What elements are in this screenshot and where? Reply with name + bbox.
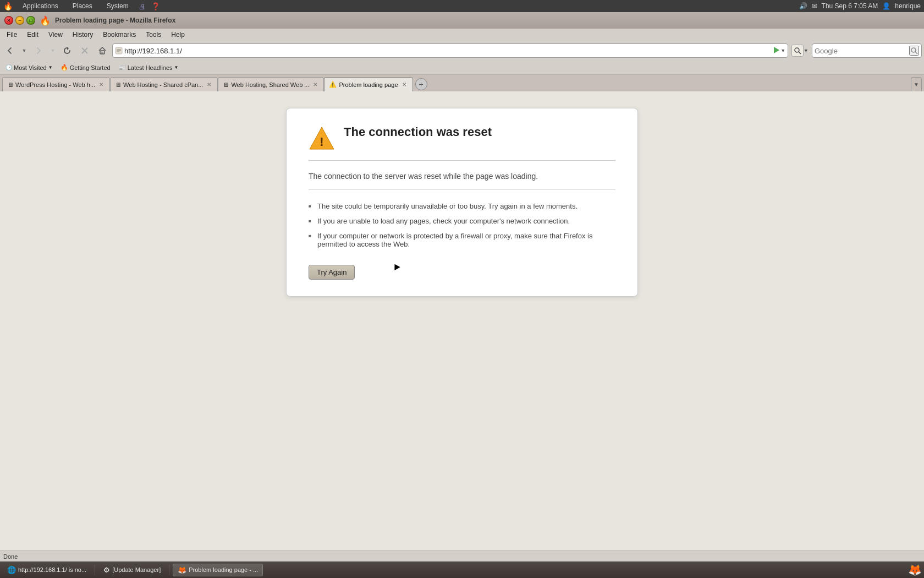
speaker-icon[interactable]: 🔊 [799, 2, 807, 10]
browser-window: ✕ – □ 🔥 Problem loading page - Mozilla F… [0, 12, 924, 422]
svg-marker-0 [67, 47, 69, 50]
back-button[interactable] [2, 43, 18, 58]
tab-2-close[interactable]: ✕ [205, 81, 213, 89]
svg-marker-9 [774, 47, 779, 53]
error-list: The site could be temporarily unavailabl… [309, 199, 615, 252]
taskbar-separator-2 [169, 564, 169, 575]
forward-dropdown[interactable]: ▼ [48, 43, 57, 58]
taskbar-item-3-icon: 🦊 [178, 566, 186, 574]
reload-button[interactable] [59, 43, 75, 58]
menu-tools[interactable]: Tools [141, 30, 166, 40]
tab-4-active[interactable]: ⚠️ Problem loading page ✕ [324, 77, 413, 91]
search-addon-dropdown[interactable]: ▼ [804, 48, 809, 53]
username: henrique [895, 2, 921, 10]
forward-button[interactable] [31, 43, 46, 58]
latest-headlines-icon: 📰 [118, 64, 126, 71]
tab-3-close[interactable]: ✕ [311, 81, 319, 89]
tab-3[interactable]: 🖥 Web Hosting, Shared Web ... ✕ [218, 77, 324, 91]
most-visited-arrow: ▼ [48, 65, 53, 70]
most-visited-icon: 🕒 [6, 64, 12, 70]
bookmark-latest-headlines[interactable]: 📰 Latest Headlines ▼ [115, 63, 182, 72]
address-input[interactable]: http://192.168.1.1/ [124, 47, 769, 55]
back-dropdown[interactable]: ▼ [20, 43, 29, 58]
warning-triangle-icon: ! [309, 125, 335, 151]
system-menu[interactable]: System [102, 1, 133, 11]
menu-history[interactable]: History [68, 30, 97, 40]
svg-line-13 [915, 52, 917, 54]
search-engine-icon[interactable] [791, 45, 804, 57]
tab-1[interactable]: 🖥 WordPress Hosting - Web h... ✕ [2, 77, 110, 91]
svg-point-10 [795, 48, 799, 52]
bookmark-getting-started[interactable]: 🔥 Getting Started [57, 63, 114, 72]
svg-text:!: ! [320, 135, 323, 149]
menu-view[interactable]: View [44, 30, 67, 40]
tab-2[interactable]: 🖥 Web Hosting - Shared cPan... ✕ [110, 77, 218, 91]
search-input[interactable] [815, 47, 909, 55]
maximize-button[interactable]: □ [26, 16, 35, 25]
status-bar: Done [0, 550, 924, 561]
new-tab-button[interactable]: + [415, 78, 427, 90]
stop-button[interactable] [77, 43, 92, 58]
tab-1-close[interactable]: ✕ [97, 81, 105, 89]
taskbar-separator-1 [95, 564, 95, 575]
taskbar-item-2-icon: ⚙ [103, 566, 110, 574]
go-button[interactable] [772, 46, 780, 56]
nav-bar: ▼ ▼ [0, 41, 924, 61]
error-page: ! The connection was reset The connectio… [286, 108, 638, 297]
taskbar-item-1-icon: 🌐 [7, 566, 16, 574]
content-area: ! The connection was reset The connectio… [0, 91, 924, 422]
hp-icon: 🖨 [139, 2, 146, 10]
search-bar[interactable] [812, 43, 922, 58]
help-icon[interactable]: ❓ [151, 2, 160, 10]
error-header: ! The connection was reset [309, 125, 615, 161]
bookmark-most-visited[interactable]: 🕒 Most Visited ▼ [2, 63, 56, 72]
window-controls: ✕ – □ [4, 16, 35, 25]
taskbar-item-1[interactable]: 🌐 http://192.168.1.1/ is no... [2, 564, 91, 576]
minimize-button[interactable]: – [15, 16, 24, 25]
mail-icon[interactable]: ✉ [812, 2, 817, 10]
svg-point-12 [911, 48, 916, 52]
error-bullet-3: If your computer or network is protected… [309, 228, 615, 252]
latest-headlines-arrow: ▼ [174, 65, 179, 70]
error-bullet-2: If you are unable to load any pages, che… [309, 214, 615, 228]
address-dropdown[interactable]: ▼ [780, 48, 785, 53]
menu-edit[interactable]: Edit [23, 30, 43, 40]
window-title: Problem loading page - Mozilla Firefox [55, 17, 175, 24]
user-icon: 👤 [882, 2, 890, 10]
error-bullet-1: The site could be temporarily unavailabl… [309, 199, 615, 214]
taskbar: 🌐 http://192.168.1.1/ is no... ⚙ [Update… [0, 561, 924, 578]
search-submit-button[interactable] [909, 46, 919, 56]
title-bar: ✕ – □ 🔥 Problem loading page - Mozilla F… [0, 12, 924, 29]
taskbar-right: 🦊 [908, 563, 922, 576]
status-text: Done [3, 553, 18, 560]
firefox-logo-icon: 🔥 [3, 2, 13, 10]
system-bar: 🔥 Applications Places System 🖨 ❓ 🔊 ✉ Thu… [0, 0, 924, 12]
tabs-bar: 🖥 WordPress Hosting - Web h... ✕ 🖥 Web H… [0, 75, 924, 91]
firefox-logo-title: 🔥 [40, 15, 51, 26]
svg-line-11 [799, 52, 801, 54]
tab-4-close[interactable]: ✕ [400, 81, 408, 89]
menu-bookmarks[interactable]: Bookmarks [98, 30, 140, 40]
home-button[interactable] [95, 43, 110, 58]
system-time: Thu Sep 6 7:05 AM [822, 2, 878, 10]
page-icon [115, 47, 123, 54]
tab-4-icon: ⚠️ [329, 81, 337, 88]
tab-2-icon: 🖥 [115, 81, 121, 88]
taskbar-item-2[interactable]: ⚙ [Update Manager] [98, 564, 166, 576]
applications-menu[interactable]: Applications [18, 1, 63, 11]
firefox-taskbar-icon[interactable]: 🦊 [908, 563, 922, 576]
try-again-button[interactable]: Try Again [309, 265, 355, 280]
tab-scroll-button[interactable]: ▼ [911, 77, 922, 91]
menu-file[interactable]: File [2, 30, 21, 40]
tab-3-icon: 🖥 [223, 81, 229, 88]
svg-rect-4 [101, 52, 103, 54]
menu-help[interactable]: Help [167, 30, 189, 40]
address-bar[interactable]: http://192.168.1.1/ ▼ [112, 43, 788, 58]
places-menu[interactable]: Places [68, 1, 97, 11]
close-button[interactable]: ✕ [4, 16, 13, 25]
bookmarks-bar: 🕒 Most Visited ▼ 🔥 Getting Started 📰 Lat… [0, 61, 924, 75]
menu-bar: File Edit View History Bookmarks Tools H… [0, 29, 924, 41]
tab-1-icon: 🖥 [7, 81, 13, 88]
getting-started-icon: 🔥 [61, 64, 68, 71]
taskbar-item-3[interactable]: 🦊 Problem loading page - ... [173, 564, 263, 576]
